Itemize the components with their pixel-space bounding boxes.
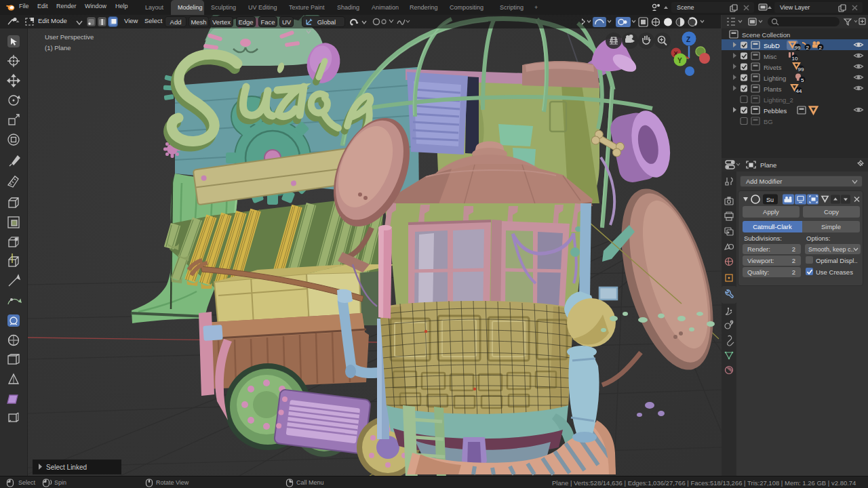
svg-text:Y: Y	[677, 57, 682, 64]
svg-text:SubD: SubD	[764, 42, 780, 49]
svg-text:2: 2	[819, 45, 823, 51]
svg-text:Rivets: Rivets	[764, 64, 782, 71]
svg-text:(1) Plane: (1) Plane	[45, 44, 71, 52]
svg-text:Z: Z	[686, 36, 690, 43]
svg-text:Misc: Misc	[764, 53, 777, 60]
svg-text:BG: BG	[764, 118, 773, 125]
svg-text:Lighting_2: Lighting_2	[764, 96, 793, 104]
svg-text:99: 99	[798, 66, 804, 73]
svg-text:10: 10	[792, 56, 798, 62]
svg-text:Su: Su	[766, 197, 774, 203]
svg-text:2: 2	[806, 45, 810, 51]
svg-text:5: 5	[801, 77, 804, 83]
svg-text:Lighting: Lighting	[764, 75, 786, 82]
svg-text:44: 44	[796, 88, 802, 94]
svg-text:Pebbles: Pebbles	[764, 107, 787, 115]
svg-text:Plants: Plants	[764, 85, 782, 93]
svg-text:99: 99	[795, 45, 801, 51]
svg-text:User Perspective: User Perspective	[45, 33, 94, 41]
svg-text:Select Linked: Select Linked	[46, 464, 87, 471]
svg-text:Plane: Plane	[760, 161, 776, 169]
svg-text:Scene Collection: Scene Collection	[742, 31, 790, 39]
